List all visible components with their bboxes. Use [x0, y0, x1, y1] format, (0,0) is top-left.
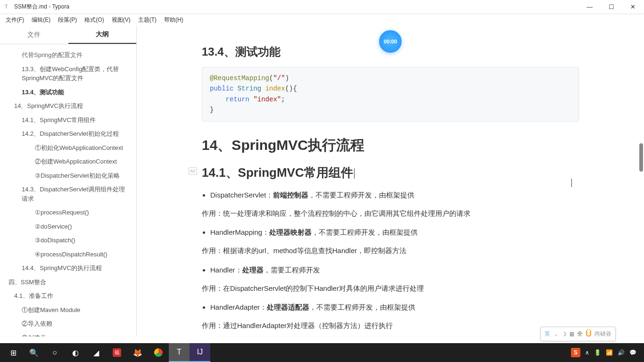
outline-item[interactable]: ③doDispatch(): [0, 233, 136, 247]
component-list: DispatcherServlet：前端控制器，不需要工程师开发，由框架提供: [210, 189, 579, 201]
list-item[interactable]: Handler：处理器，需要工程师开发: [210, 264, 579, 276]
brand-text: 尚硅谷: [594, 330, 611, 338]
menu-theme[interactable]: 主题(T): [135, 15, 159, 25]
usage-text[interactable]: 作用：根据请求的url、method等信息查找Handler，即控制器方法: [202, 245, 579, 257]
outline-item[interactable]: ①初始化WebApplicationContext: [0, 141, 136, 155]
taskbar: ⊞ 🔍 ○ ◐ ◢ 福 🦊 T IJ S ∧ 🔋 📶 🔊 💬: [0, 343, 644, 362]
app-icon: T: [5, 4, 11, 10]
moon-icon[interactable]: ☽: [561, 331, 567, 337]
outline-item[interactable]: 4.1、准备工作: [0, 289, 136, 303]
sogou-ime-icon[interactable]: S: [571, 348, 580, 357]
maximize-button[interactable]: ☐: [605, 1, 618, 12]
content-wrap: 00:00 13.4、测试功能 @RequestMapping("/") pub…: [137, 25, 644, 337]
main-area: 文件 大纲 代替Spring的配置文件 13.3、创建WebConfig配置类，…: [0, 25, 644, 337]
ime-punct[interactable]: ，: [553, 330, 559, 338]
sidebar-tabs: 文件 大纲: [0, 25, 136, 44]
minimize-button[interactable]: —: [583, 1, 596, 12]
outline-item[interactable]: 14.3、DispatcherServlet调用组件处理请求: [0, 182, 136, 206]
menu-help[interactable]: 帮助(H): [161, 15, 186, 25]
heading-14[interactable]: 14、SpringMVC执行流程: [202, 136, 579, 155]
menu-view[interactable]: 视图(V): [109, 15, 133, 25]
heading-level-indicator: h2: [189, 167, 197, 175]
intellij-icon[interactable]: IJ: [190, 343, 210, 362]
brand-logo-icon: Ü: [586, 329, 592, 339]
usage-text[interactable]: 作用：在DispatcherServlet的控制下Handler对具体的用户请求…: [202, 282, 579, 295]
typora-icon[interactable]: T: [169, 343, 190, 362]
tray-chevron-icon[interactable]: ∧: [585, 349, 589, 356]
code-block[interactable]: @RequestMapping("/") public String index…: [202, 67, 579, 122]
close-button[interactable]: ✕: [627, 1, 639, 12]
text-cursor: [354, 168, 355, 179]
outline-item[interactable]: 14.4、SpringMVC的执行流程: [0, 261, 136, 275]
heading-14-1[interactable]: 14.1、SpringMVC常用组件: [202, 165, 579, 181]
outline-item[interactable]: ①创建Maven Module: [0, 303, 136, 317]
outline-item[interactable]: ②doService(): [0, 220, 136, 234]
cortana-icon[interactable]: ○: [44, 343, 65, 362]
outline-item[interactable]: ③创建表: [0, 331, 136, 337]
window-title: SSM整合.md - Typora: [14, 3, 583, 11]
notification-icon[interactable]: 💬: [629, 349, 636, 356]
system-tray[interactable]: S ∧ 🔋 📶 🔊 💬: [571, 348, 641, 357]
outline-item[interactable]: 代替Spring的配置文件: [0, 48, 136, 62]
search-icon[interactable]: 🔍: [24, 343, 44, 362]
outline-item[interactable]: 14、SpringMVC执行流程: [0, 99, 136, 113]
menu-paragraph[interactable]: 段落(P): [55, 15, 80, 25]
menu-file[interactable]: 文件(F): [3, 15, 27, 25]
app-icon-1[interactable]: ◐: [65, 343, 86, 362]
app-icon-2[interactable]: ◢: [86, 343, 107, 362]
editor-content[interactable]: 13.4、测试功能 @RequestMapping("/") public St…: [137, 25, 644, 337]
outline-item[interactable]: 四、SSM整合: [0, 275, 136, 289]
start-button[interactable]: ⊞: [3, 343, 24, 362]
chrome-icon[interactable]: [148, 343, 169, 362]
outline-item[interactable]: ①processRequest(): [0, 206, 136, 220]
outline-item-current[interactable]: 13.4、测试功能: [0, 85, 136, 99]
grid-icon[interactable]: ⊞: [570, 331, 574, 337]
battery-icon[interactable]: 🔋: [594, 349, 601, 356]
ibeam-cursor-icon: [571, 179, 572, 187]
outline-item[interactable]: 14.1、SpringMVC常用组件: [0, 113, 136, 127]
wifi-icon[interactable]: 📶: [606, 349, 613, 356]
usage-text[interactable]: 作用：统一处理请求和响应，整个流程控制的中心，由它调用其它组件处理用户的请求: [202, 207, 579, 220]
ime-full[interactable]: 全: [577, 330, 583, 338]
menu-edit[interactable]: 编辑(E): [29, 15, 53, 25]
ime-lang[interactable]: 英: [545, 330, 550, 338]
tab-outline[interactable]: 大纲: [68, 25, 137, 44]
outline-item[interactable]: ③DispatcherServlet初始化策略: [0, 169, 136, 183]
tab-file[interactable]: 文件: [0, 25, 68, 44]
app-icon-3[interactable]: 福: [107, 343, 127, 362]
outline-item[interactable]: ②创建WebApplicationContext: [0, 155, 136, 169]
list-item[interactable]: HandlerMapping：处理器映射器，不需要工程师开发，由框架提供: [210, 227, 579, 238]
outline-item[interactable]: ④processDispatchResult(): [0, 247, 136, 262]
outline-item[interactable]: 13.3、创建WebConfig配置类，代替SpringMVC的配置文件: [0, 62, 136, 85]
title-bar: T SSM整合.md - Typora — ☐ ✕: [0, 0, 644, 14]
usage-text[interactable]: 作用：通过HandlerAdapter对处理器（控制器方法）进行执行: [202, 320, 579, 332]
timer-badge[interactable]: 00:00: [379, 30, 402, 53]
ime-toolbar[interactable]: 英 ， ☽ ⊞ 全 Ü 尚硅谷: [540, 327, 616, 341]
list-item[interactable]: HandlerAdapter：处理器适配器，不需要工程师开发，由框架提供: [210, 302, 579, 313]
sidebar: 文件 大纲 代替Spring的配置文件 13.3、创建WebConfig配置类，…: [0, 25, 137, 337]
outline-item[interactable]: 14.2、DispatcherServlet初始化过程: [0, 127, 136, 141]
outline-item[interactable]: ②导入依赖: [0, 317, 136, 331]
outline-list[interactable]: 代替Spring的配置文件 13.3、创建WebConfig配置类，代替Spri…: [0, 44, 136, 337]
firefox-icon[interactable]: 🦊: [127, 343, 148, 362]
window-controls: — ☐ ✕: [583, 1, 639, 12]
menu-bar: 文件(F) 编辑(E) 段落(P) 格式(O) 视图(V) 主题(T) 帮助(H…: [0, 14, 644, 25]
volume-icon[interactable]: 🔊: [618, 349, 625, 356]
list-item[interactable]: DispatcherServlet：前端控制器，不需要工程师开发，由框架提供: [210, 189, 579, 201]
menu-format[interactable]: 格式(O): [82, 15, 107, 25]
